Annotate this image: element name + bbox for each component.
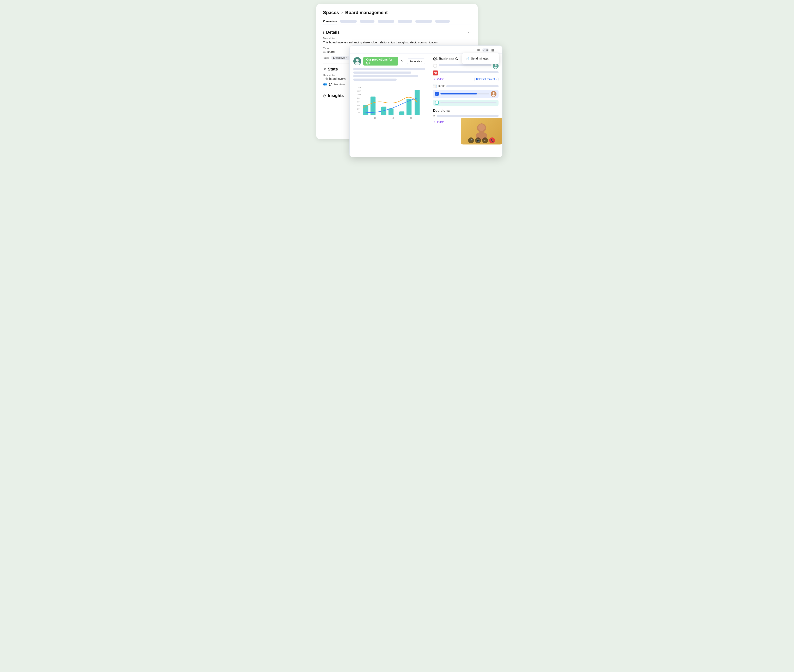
tab-placeholder-6[interactable]: [435, 20, 450, 23]
video-overlay: 🎤 📷 ··· 📞: [461, 118, 502, 144]
bar-4: [389, 108, 394, 115]
poll-header: 📊 Poll:: [433, 84, 498, 88]
slide-line-4: [353, 78, 397, 81]
end-call-button[interactable]: 📞: [489, 138, 495, 143]
svg-text:40: 40: [357, 104, 360, 106]
details-header: ℹ Details ···: [323, 30, 471, 35]
fork-icon: ⑂: [433, 115, 435, 118]
breadcrumb-title: Board management: [345, 10, 388, 15]
more-icon[interactable]: ···: [496, 48, 499, 52]
decisions-star-icon: ✦: [433, 120, 435, 123]
members-label: Members: [334, 83, 345, 86]
checkbox-2[interactable]: [435, 101, 439, 105]
svg-point-7: [355, 62, 360, 65]
poll-item-1: ✓: [433, 90, 498, 98]
stats-title: Stats: [328, 67, 338, 72]
tab-placeholder-1[interactable]: [340, 20, 357, 23]
svg-point-21: [494, 67, 497, 69]
overlay-content: Our predictions for Q1 ↖ Annotate ▾: [350, 54, 502, 157]
svg-text:100: 100: [357, 93, 360, 96]
board-icon: ▭: [323, 50, 326, 54]
poll-title: Poll:: [439, 84, 445, 88]
slide-line-2: [353, 72, 411, 74]
breadcrumb: Spaces > Board management: [323, 10, 471, 15]
cursor-area: ↖: [400, 59, 405, 64]
chart-area: 140 120 100 80 60 40 20 0 20 40 60: [353, 83, 425, 125]
breadcrumb-chevron: >: [341, 11, 343, 15]
iadm-relevant-row: ✦ iAdam Relevant content ▾: [433, 77, 498, 81]
clipboard-icon-2: ⊞: [477, 48, 480, 52]
poll-header-line: [447, 85, 498, 87]
tag-executive[interactable]: Executive ✕: [331, 56, 350, 60]
svg-text:60: 60: [357, 101, 360, 103]
annotate-button[interactable]: Annotate ▾: [407, 59, 425, 64]
dropdown-menu: 📄 Send minutes: [462, 53, 499, 64]
overlay-right-panel: Q1 Business G PDF: [429, 54, 502, 157]
video-controls: 🎤 📷 ··· 📞: [461, 138, 502, 143]
camera-control-button[interactable]: 📷: [475, 138, 481, 143]
pdf-icon: PDF: [433, 70, 438, 75]
svg-text:140: 140: [357, 86, 360, 88]
description-label: Description:: [323, 37, 471, 40]
nav-tabs: Overview: [323, 19, 471, 25]
poll-chart-icon: 📊: [433, 84, 437, 88]
annotate-chevron: ▾: [421, 60, 423, 63]
more-control-button[interactable]: ···: [482, 138, 488, 143]
details-more-button[interactable]: ···: [466, 30, 471, 35]
svg-point-27: [478, 124, 485, 131]
chart-svg: 140 120 100 80 60 40 20 0 20 40 60: [353, 83, 425, 124]
svg-text:80: 80: [357, 97, 360, 99]
poll-bar-2: [440, 102, 496, 103]
presenter-row: Our predictions for Q1 ↖ Annotate ▾: [353, 57, 425, 66]
poll-avatar-1: [491, 91, 496, 97]
send-minutes-item[interactable]: 📄 Send minutes: [462, 55, 499, 62]
right-line-2: [440, 71, 498, 74]
relevant-content-button[interactable]: Relevant content ▾: [474, 77, 498, 81]
send-minutes-icon: 📄: [466, 57, 469, 60]
bar-5: [399, 111, 404, 115]
members-count: 14: [329, 83, 333, 86]
breadcrumb-spaces[interactable]: Spaces: [323, 10, 339, 15]
tags-label: Tags:: [323, 56, 330, 59]
right-avatar: [493, 63, 498, 69]
poll-section: 📊 Poll: ✓: [433, 84, 498, 106]
tab-placeholder-5[interactable]: [415, 20, 432, 23]
svg-point-23: [493, 92, 495, 94]
stats-icon: ↗: [323, 67, 326, 72]
tab-placeholder-3[interactable]: [378, 20, 394, 23]
info-icon: ℹ: [323, 30, 325, 35]
overlay-card: 🗒 ⊞ (10) ▦ ··· 📄 Send minutes ↖: [349, 45, 503, 157]
bar-6: [407, 99, 411, 115]
pdf-row: PDF: [433, 70, 498, 75]
tag-executive-remove[interactable]: ✕: [346, 56, 347, 59]
tab-placeholder-4[interactable]: [398, 20, 412, 23]
annotate-label: Annotate: [410, 60, 420, 63]
insights-icon: ◔: [323, 93, 326, 98]
overlay-left-panel: Our predictions for Q1 ↖ Annotate ▾: [350, 54, 429, 157]
checkbox-1[interactable]: ✓: [435, 92, 439, 96]
cursor-pointer-icon: ↖: [400, 59, 404, 64]
main-card: Spaces > Board management Overview ℹ Det…: [316, 4, 478, 139]
cursor-icon: ↖: [502, 48, 503, 53]
slide-line-1: [353, 68, 425, 70]
presenter-avatar: [353, 57, 361, 65]
svg-text:120: 120: [357, 90, 360, 92]
svg-text:40: 40: [392, 117, 394, 119]
decisions-title: Decisions: [433, 109, 498, 113]
iadm-star-icon: ✦: [433, 77, 435, 81]
people-icon: 👥: [323, 82, 327, 86]
svg-point-6: [356, 59, 359, 62]
tab-placeholder-2[interactable]: [360, 20, 375, 23]
tag-executive-text: Executive: [333, 56, 345, 59]
tab-overview[interactable]: Overview: [323, 19, 337, 25]
poll-item-2: [433, 100, 498, 106]
right-circle-row: [433, 63, 498, 69]
insights-title: Insights: [328, 93, 344, 98]
svg-text:20: 20: [374, 117, 376, 119]
overlay-header: 🗒 ⊞ (10) ▦ ···: [350, 46, 502, 54]
mic-control-button[interactable]: 🎤: [468, 138, 474, 143]
bar-1: [363, 105, 368, 115]
iadm-label: iAdam: [437, 78, 444, 81]
svg-point-20: [495, 64, 497, 66]
type-value: Board: [327, 50, 335, 54]
